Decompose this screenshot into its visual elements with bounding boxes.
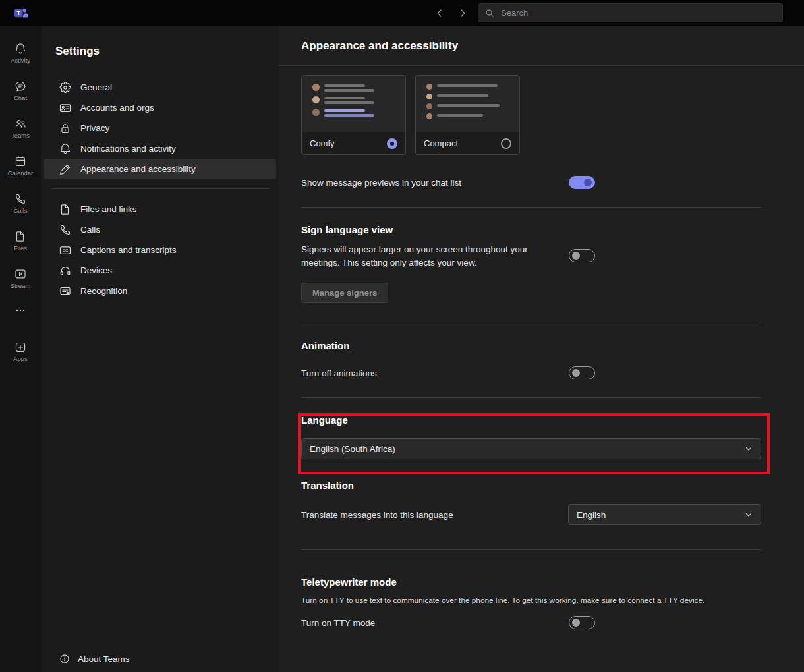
forward-button[interactable] — [453, 4, 472, 22]
settings-menu: General Accounts and orgs Privacy Notifi… — [41, 77, 279, 301]
sidebar-item-recognition[interactable]: Recognition — [44, 281, 276, 301]
sidebar-item-label: Calls — [80, 225, 100, 235]
language-dropdown[interactable]: English (South Africa) — [301, 438, 761, 459]
rail-item-activity[interactable]: Activity — [0, 34, 41, 72]
message-preview-row: Show message previews in your chat list — [301, 176, 761, 189]
sidebar-item-label: Devices — [80, 266, 112, 275]
tty-heading: Teletypewriter mode — [301, 576, 761, 589]
sidebar-item-files-and-links[interactable]: Files and links — [44, 199, 276, 219]
chevron-down-icon — [745, 511, 753, 518]
rail-item-apps[interactable]: Apps — [0, 333, 41, 370]
info-icon — [59, 653, 71, 665]
chevron-down-icon — [745, 445, 753, 453]
section-divider — [301, 549, 761, 550]
translation-dropdown[interactable]: English — [568, 504, 761, 525]
rail-label-calendar: Calendar — [8, 170, 34, 177]
calendar-icon — [14, 155, 27, 168]
tty-toggle[interactable] — [569, 616, 595, 629]
page-title: Appearance and accessibility — [301, 40, 458, 53]
search-icon — [485, 9, 494, 18]
comfy-preview-thumbnail — [302, 76, 405, 132]
search-input[interactable] — [500, 7, 776, 18]
sidebar-item-label: Recognition — [80, 286, 127, 296]
comfy-option-card[interactable]: Comfy — [301, 75, 406, 155]
apps-icon — [14, 341, 27, 354]
chat-icon — [14, 80, 27, 93]
teams-logo-icon: T — [13, 5, 29, 21]
message-preview-label: Show message previews in your chat list — [301, 178, 569, 188]
section-divider — [301, 397, 761, 398]
sidebar-item-label: Captions and transcripts — [80, 245, 177, 255]
svg-text:CC: CC — [63, 248, 69, 252]
language-heading: Language — [301, 414, 761, 427]
id-card-icon — [59, 101, 72, 115]
rail-item-calendar[interactable]: Calendar — [0, 147, 41, 184]
sign-language-description: Signers will appear larger on your scree… — [301, 243, 569, 269]
sidebar-item-devices[interactable]: Devices — [44, 260, 276, 281]
bell-icon — [59, 142, 72, 155]
rail-item-files[interactable]: Files — [0, 222, 41, 260]
stream-icon — [14, 267, 27, 281]
translation-selected-value: English — [577, 510, 745, 520]
rail-label-chat: Chat — [14, 95, 27, 101]
comfy-label: Comfy — [310, 138, 335, 148]
rail-item-calls[interactable]: Calls — [0, 184, 41, 222]
sidebar-item-privacy[interactable]: Privacy — [44, 118, 276, 138]
message-preview-toggle[interactable] — [569, 176, 595, 189]
translation-heading: Translation — [301, 479, 761, 492]
rail-item-more[interactable] — [0, 297, 41, 323]
sidebar-item-accounts-and-orgs[interactable]: Accounts and orgs — [44, 98, 276, 118]
activity-bell-icon — [14, 42, 27, 55]
sidebar-item-notifications[interactable]: Notifications and activity — [44, 138, 276, 159]
sign-language-row: Signers will appear larger on your scree… — [301, 243, 761, 269]
compact-option-card[interactable]: Compact — [415, 75, 520, 155]
phone-icon — [59, 223, 72, 237]
tty-description: Turn on TTY to use text to communicate o… — [301, 596, 761, 605]
rail-item-stream[interactable]: Stream — [0, 260, 41, 297]
search-box[interactable] — [478, 3, 783, 22]
top-bar: T — [0, 0, 804, 26]
sidebar-item-calls[interactable]: Calls — [44, 219, 276, 240]
translation-row: Translate messages into this language En… — [301, 504, 761, 525]
rail-label-activity: Activity — [11, 57, 30, 64]
more-ellipsis-icon — [14, 304, 27, 317]
compact-label: Compact — [424, 138, 458, 148]
tty-row: Turn on TTY mode — [301, 616, 761, 629]
translation-label: Translate messages into this language — [301, 510, 453, 520]
sidebar-item-captions[interactable]: CC Captions and transcripts — [44, 240, 276, 260]
sign-language-toggle[interactable] — [569, 249, 595, 262]
sign-language-heading: Sign language view — [301, 223, 761, 237]
sidebar-item-label: Notifications and activity — [80, 144, 176, 154]
animation-heading: Animation — [301, 339, 761, 352]
sidebar-group-divider — [51, 188, 269, 189]
density-options: Comfy Compact — [301, 75, 761, 155]
language-selected-value: English (South Africa) — [310, 444, 745, 454]
lock-icon — [59, 122, 72, 135]
sidebar-item-label: Accounts and orgs — [80, 103, 154, 113]
about-teams-button[interactable]: About Teams — [59, 651, 130, 667]
appearance-settings-panel: Appearance and accessibility Comfy — [279, 26, 804, 672]
compact-radio[interactable] — [501, 138, 511, 149]
section-divider — [301, 207, 761, 208]
animation-row: Turn off animations — [301, 366, 761, 379]
rail-item-teams[interactable]: Teams — [0, 109, 41, 147]
phone-icon — [14, 192, 27, 206]
section-divider — [301, 323, 761, 323]
sidebar-item-general[interactable]: General — [44, 77, 276, 98]
rail-label-apps: Apps — [13, 356, 28, 362]
rail-item-chat[interactable]: Chat — [0, 72, 41, 109]
rail-label-files: Files — [14, 245, 27, 252]
animation-toggle[interactable] — [569, 366, 595, 379]
rail-label-teams: Teams — [11, 132, 30, 139]
teams-people-icon — [14, 117, 27, 130]
sidebar-item-label: Appearance and accessibility — [80, 164, 196, 174]
certificate-icon — [59, 285, 72, 298]
back-button[interactable] — [430, 4, 449, 22]
comfy-radio[interactable] — [387, 138, 397, 149]
compact-preview-thumbnail — [416, 76, 519, 132]
rail-label-stream: Stream — [11, 283, 31, 289]
panel-content: Comfy Compact Show message previews — [279, 75, 804, 629]
manage-signers-button[interactable]: Manage signers — [301, 283, 388, 303]
sidebar-item-label: Files and links — [80, 204, 137, 214]
sidebar-item-appearance[interactable]: Appearance and accessibility — [44, 159, 276, 179]
